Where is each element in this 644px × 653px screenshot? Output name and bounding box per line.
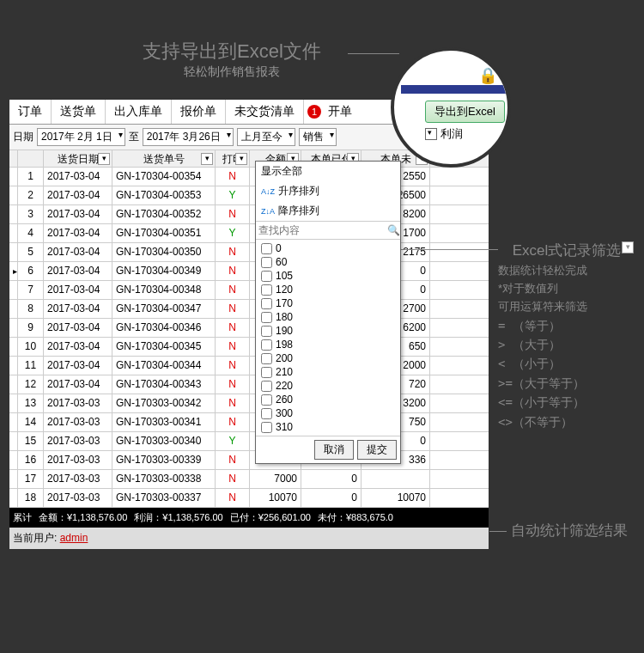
- table-row[interactable]: 9 2017-03-04 GN-170304-00346 N 6200: [9, 319, 489, 338]
- filter-sort-asc[interactable]: A↓Z升序排列: [256, 181, 400, 201]
- cell-date: 2017-03-04: [44, 205, 112, 223]
- table-row[interactable]: 5 2017-03-04 GN-170304-00350 N 2175: [9, 243, 489, 262]
- row-marker: [9, 281, 18, 299]
- filter-option[interactable]: 300: [258, 406, 398, 420]
- cell-order: GN-170303-00340: [112, 432, 216, 450]
- filter-option[interactable]: 190: [258, 324, 398, 338]
- cell-print: N: [216, 470, 250, 488]
- filter-option[interactable]: 210: [258, 365, 398, 379]
- table-row[interactable]: 17 2017-03-03 GN-170303-00338 N 7000 0: [9, 470, 489, 489]
- filter-option[interactable]: 310: [258, 420, 398, 434]
- row-number: 13: [18, 394, 44, 412]
- filter-checkbox[interactable]: [261, 381, 272, 392]
- filter-checkbox[interactable]: [261, 408, 272, 419]
- cell-order: GN-170303-00342: [112, 394, 216, 412]
- tab-create[interactable]: 开单: [323, 101, 357, 122]
- filter-show-all[interactable]: 显示全部: [256, 162, 400, 181]
- tab-delivery[interactable]: 送货单: [52, 100, 106, 124]
- filter-checkbox[interactable]: [261, 394, 272, 406]
- annotation-export-sub: 轻松制作销售报表: [112, 64, 352, 80]
- filter-search-input[interactable]: [258, 224, 387, 236]
- filter-sort-desc[interactable]: Z↓A降序排列: [256, 201, 400, 221]
- tab-quote[interactable]: 报价单: [172, 100, 226, 124]
- col-date[interactable]: 送货日期: [44, 150, 112, 168]
- table-row[interactable]: 18 2017-03-03 GN-170303-00337 N 10070 0 …: [9, 489, 489, 508]
- filter-checkbox[interactable]: [261, 284, 272, 296]
- table-row[interactable]: 10 2017-03-04 GN-170304-00345 N 650: [9, 338, 489, 357]
- col-print[interactable]: 打印: [216, 150, 250, 168]
- cell-paid: 0: [301, 470, 361, 488]
- table-row[interactable]: 3 2017-03-04 GN-170304-00352 N 8200: [9, 205, 489, 224]
- table-row[interactable]: 11 2017-03-04 GN-170304-00344 N 2000: [9, 357, 489, 375]
- cell-date: 2017-03-04: [44, 338, 112, 356]
- filter-option[interactable]: 170: [258, 296, 398, 310]
- table-row[interactable]: 13 2017-03-03 GN-170303-00342 N 3200: [9, 394, 489, 413]
- filter-checkbox[interactable]: [261, 257, 272, 268]
- filter-option[interactable]: 260: [258, 393, 398, 406]
- row-marker: [9, 168, 18, 186]
- table-row[interactable]: 12 2017-03-04 GN-170304-00343 N 720: [9, 375, 489, 394]
- cell-print: N: [216, 168, 250, 186]
- filter-checkbox[interactable]: [261, 243, 272, 254]
- dropdown-icon[interactable]: [425, 128, 437, 140]
- cell-order: GN-170304-00349: [112, 262, 216, 280]
- filter-checkbox[interactable]: [261, 422, 272, 433]
- filter-checkbox[interactable]: [261, 326, 272, 337]
- cell-date: 2017-03-04: [44, 262, 112, 280]
- row-number: 18: [18, 489, 44, 507]
- row-number: 16: [18, 451, 44, 469]
- filter-option[interactable]: 0: [258, 241, 398, 255]
- tab-undelivered[interactable]: 未交货清单: [226, 100, 304, 124]
- export-excel-button[interactable]: 导出到Excel: [425, 101, 505, 123]
- annotation-export-title: 支持导出到Excel文件: [112, 39, 352, 64]
- filter-option[interactable]: 220: [258, 379, 398, 393]
- user-label: 当前用户:: [13, 532, 57, 544]
- filter-option[interactable]: 200: [258, 351, 398, 365]
- annotation-filter-title: Excel式记录筛选: [498, 239, 635, 262]
- filter-option[interactable]: 105: [258, 269, 398, 283]
- table-row[interactable]: 1 2017-03-04 GN-170304-00354 N 2550: [9, 168, 489, 186]
- user-link[interactable]: admin: [60, 532, 88, 544]
- cell-print: N: [216, 394, 250, 412]
- tab-inventory[interactable]: 出入库单: [106, 100, 172, 124]
- table-row[interactable]: 14 2017-03-03 GN-170303-00341 N 750: [9, 413, 489, 432]
- table-row[interactable]: 2 2017-03-04 GN-170304-00353 Y 26500: [9, 186, 489, 205]
- filter-checkbox[interactable]: [261, 367, 272, 378]
- cell-print: N: [216, 338, 250, 356]
- filter-option[interactable]: 198: [258, 338, 398, 351]
- row-marker: [9, 432, 18, 450]
- col-order[interactable]: 送货单号: [112, 150, 216, 168]
- filter-submit-button[interactable]: 提交: [357, 440, 397, 460]
- search-icon[interactable]: 🔍: [387, 224, 400, 236]
- cell-date: 2017-03-03: [44, 451, 112, 469]
- filter-checkbox[interactable]: [261, 339, 272, 351]
- filter-checkbox[interactable]: [261, 353, 272, 364]
- table-row[interactable]: 15 2017-03-03 GN-170303-00340 Y 0: [9, 432, 489, 451]
- cell-amount: 10070: [250, 489, 301, 507]
- filter-cancel-button[interactable]: 取消: [314, 440, 354, 460]
- date-from[interactable]: 2017年 2月 1日: [37, 128, 125, 146]
- row-number: 17: [18, 470, 44, 488]
- filter-checkbox[interactable]: [261, 312, 272, 323]
- table-row[interactable]: 16 2017-03-03 GN-170303-00339 N 0 336: [9, 451, 489, 470]
- table-row[interactable]: ▸ 6 2017-03-04 GN-170304-00349 N 0: [9, 262, 489, 281]
- table-row[interactable]: 4 2017-03-04 GN-170304-00351 Y 1700: [9, 224, 489, 243]
- cell-print: N: [216, 243, 250, 261]
- filter-checkbox[interactable]: [261, 298, 272, 309]
- summary-amount: 金额：¥1,138,576.00: [39, 511, 127, 524]
- tab-orders[interactable]: 订单: [9, 100, 52, 124]
- table-row[interactable]: 7 2017-03-04 GN-170304-00348 N 0: [9, 281, 489, 300]
- cell-date: 2017-03-04: [44, 281, 112, 299]
- date-range[interactable]: 上月至今: [237, 128, 295, 146]
- row-marker: [9, 451, 18, 469]
- filter-checkbox[interactable]: [261, 271, 272, 282]
- sale-type[interactable]: 销售: [299, 128, 337, 146]
- table-row[interactable]: 8 2017-03-04 GN-170304-00347 N 2700: [9, 300, 489, 319]
- sort-desc-icon: Z↓A: [261, 207, 275, 216]
- filter-checklist[interactable]: 0 60 105 120 170 180 190 198 200 210 220…: [256, 240, 400, 436]
- filter-option[interactable]: 180: [258, 310, 398, 324]
- cell-date: 2017-03-04: [44, 186, 112, 204]
- filter-option[interactable]: 120: [258, 283, 398, 296]
- date-to[interactable]: 2017年 3月26日: [143, 128, 234, 146]
- filter-option[interactable]: 60: [258, 255, 398, 269]
